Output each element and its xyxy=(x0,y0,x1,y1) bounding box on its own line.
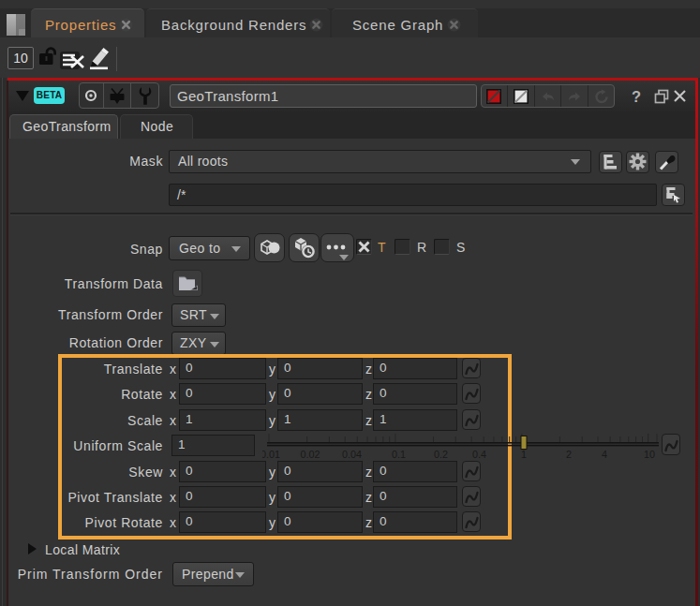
svg-text:0.1: 0.1 xyxy=(392,449,406,460)
svg-text:2: 2 xyxy=(566,449,572,460)
svg-text:0.01: 0.01 xyxy=(262,449,280,460)
svg-text:0.4: 0.4 xyxy=(472,449,486,460)
svg-text:1: 1 xyxy=(521,449,527,460)
svg-text:0.2: 0.2 xyxy=(434,449,448,460)
svg-text:0.04: 0.04 xyxy=(342,449,362,460)
svg-text:4: 4 xyxy=(602,449,607,460)
svg-text:10: 10 xyxy=(644,449,655,460)
svg-text:0.02: 0.02 xyxy=(300,449,320,460)
